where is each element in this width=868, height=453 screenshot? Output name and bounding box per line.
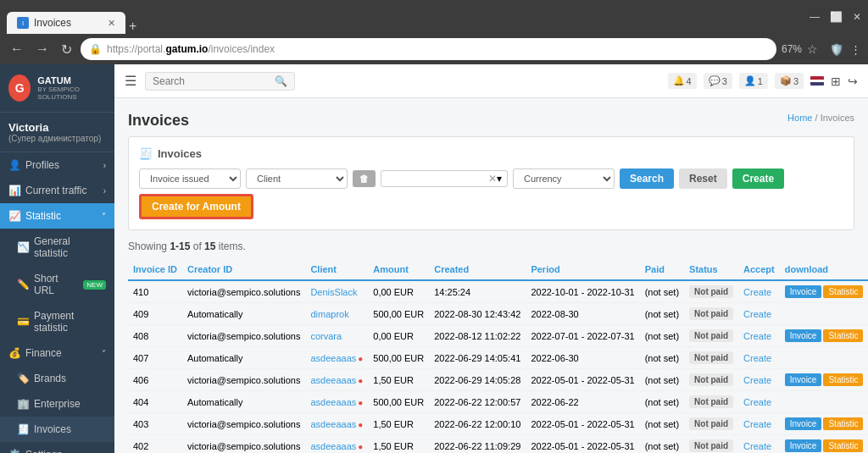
invoices-panel: 🧾 Invoices Invoice issued Client 🗑 ✕ ▾ <box>128 136 854 230</box>
cell-status: Not paid <box>684 391 738 413</box>
accept-link[interactable]: Create <box>743 353 771 363</box>
extensions-icon[interactable]: 🛡️ <box>830 43 843 56</box>
accept-link[interactable]: Create <box>743 309 771 319</box>
sidebar-item-invoices[interactable]: 🧾 Invoices <box>0 417 114 442</box>
page-title: Invoices <box>128 112 189 130</box>
client-link[interactable]: asdeeaaas <box>310 375 356 385</box>
cell-accept[interactable]: Create <box>738 435 780 454</box>
address-bar[interactable]: 🔒 https://portal.gatum.io/invoices/index <box>81 38 776 60</box>
cell-accept[interactable]: Create <box>738 303 780 325</box>
cell-download <box>780 347 868 369</box>
accept-link[interactable]: Create <box>743 375 771 385</box>
cell-download: InvoiceStatistic <box>780 413 868 435</box>
main-area: ☰ 🔍 🔔 4 💬 3 👤 1 📦 3 ⊞ ↪ Invoices Home <box>114 64 868 453</box>
menu-icon[interactable]: ⋮ <box>850 43 861 56</box>
sidebar-item-brands[interactable]: 🏷️ Brands <box>0 366 114 391</box>
users-badge[interactable]: 👤 1 <box>739 73 768 89</box>
client-link[interactable]: DenisSlack <box>310 287 357 297</box>
hamburger-menu[interactable]: ☰ <box>125 73 136 89</box>
invoice-btn[interactable]: Invoice <box>785 439 822 452</box>
sidebar-item-enterprise[interactable]: 🏢 Enterprise <box>0 391 114 417</box>
client-select[interactable]: Client <box>246 168 348 189</box>
accept-link[interactable]: Create <box>743 331 771 341</box>
client-link[interactable]: asdeeaaas <box>310 419 356 429</box>
cell-accept[interactable]: Create <box>738 391 780 413</box>
cell-paid: (not set) <box>640 347 684 369</box>
col-download: download <box>780 259 868 280</box>
sidebar-item-profiles[interactable]: 👤 Profiles › <box>0 152 114 178</box>
statistic-btn[interactable]: Statistic <box>823 417 863 430</box>
cell-accept[interactable]: Create <box>738 325 780 347</box>
notifications-badge[interactable]: 🔔 4 <box>668 73 697 89</box>
back-button[interactable]: ← <box>7 40 27 58</box>
client-link[interactable]: asdeeaaas <box>310 353 356 363</box>
cell-paid: (not set) <box>640 303 684 325</box>
create-button[interactable]: Create <box>732 168 784 189</box>
search-filter-input[interactable]: ✕ ▾ <box>381 170 508 187</box>
reset-button[interactable]: Reset <box>679 168 727 189</box>
breadcrumb-home[interactable]: Home <box>787 113 812 123</box>
search-input[interactable] <box>153 75 271 87</box>
cell-accept[interactable]: Create <box>738 369 780 391</box>
bookmark-icon[interactable]: ☆ <box>807 42 818 56</box>
filter-dropdown-icon[interactable]: ▾ <box>497 173 502 185</box>
sidebar-item-short-url[interactable]: ✏️ Short URL NEW <box>0 266 114 303</box>
sidebar-item-statistic[interactable]: 📈 Statistic ˅ <box>0 203 114 229</box>
statistic-btn[interactable]: Statistic <box>823 329 863 342</box>
packages-badge[interactable]: 📦 3 <box>775 73 804 89</box>
cell-accept[interactable]: Create <box>738 413 780 435</box>
invoice-btn[interactable]: Invoice <box>785 285 822 298</box>
cell-status: Not paid <box>684 303 738 325</box>
client-link[interactable]: asdeeaaas <box>310 397 356 407</box>
col-paid: Paid <box>640 259 684 280</box>
invoice-btn[interactable]: Invoice <box>785 373 822 386</box>
filter-text-input[interactable] <box>387 174 488 184</box>
accept-link[interactable]: Create <box>743 419 771 429</box>
client-link[interactable]: dimaprok <box>310 309 348 319</box>
active-tab[interactable]: I Invoices ✕ <box>7 12 125 34</box>
sidebar-item-current-traffic[interactable]: 📊 Current traffic › <box>0 178 114 203</box>
statistic-btn[interactable]: Statistic <box>823 439 863 452</box>
cell-status: Not paid <box>684 325 738 347</box>
delete-button[interactable]: 🗑 <box>353 170 376 187</box>
search-button[interactable]: Search <box>620 168 674 189</box>
invoice-btn[interactable]: Invoice <box>785 329 822 342</box>
table-row: 402 victoria@sempico.solutions asdeeaaas… <box>128 435 868 454</box>
sidebar-item-settings[interactable]: ⚙️ Settings › <box>0 442 114 453</box>
cell-period: 2022-07-01 - 2022-07-31 <box>526 325 639 347</box>
invoice-btn[interactable]: Invoice <box>785 417 822 430</box>
window-minimize[interactable]: — <box>810 11 820 23</box>
zoom-level: 67% <box>782 43 802 55</box>
messages-badge[interactable]: 💬 3 <box>704 73 732 89</box>
reload-button[interactable]: ↻ <box>58 40 75 59</box>
language-flag[interactable] <box>810 76 824 86</box>
statistic-btn[interactable]: Statistic <box>823 373 863 386</box>
cell-amount: 500,00 EUR <box>368 347 429 369</box>
accept-link[interactable]: Create <box>743 441 771 451</box>
window-close[interactable]: ✕ <box>853 11 861 23</box>
window-maximize[interactable]: ⬜ <box>830 11 843 23</box>
cell-accept[interactable]: Create <box>738 280 780 303</box>
sidebar-item-general-statistic[interactable]: 📉 General statistic <box>0 229 114 266</box>
statistic-btn[interactable]: Statistic <box>823 285 863 298</box>
search-box[interactable]: 🔍 <box>145 72 295 91</box>
client-link[interactable]: asdeeaaas <box>310 441 356 451</box>
cell-status: Not paid <box>684 435 738 454</box>
new-tab-button[interactable]: + <box>129 19 136 34</box>
currency-select[interactable]: Currency <box>513 168 615 189</box>
sidebar-item-payment-statistic[interactable]: 💳 Payment statistic <box>0 303 114 340</box>
invoice-issued-select[interactable]: Invoice issued <box>139 168 241 189</box>
accept-link[interactable]: Create <box>743 397 771 407</box>
tab-title: Invoices <box>34 17 71 29</box>
forward-button[interactable]: → <box>32 40 53 58</box>
cell-accept[interactable]: Create <box>738 347 780 369</box>
accept-link[interactable]: Create <box>743 287 771 297</box>
signout-icon[interactable]: ↪ <box>848 75 858 88</box>
grid-icon[interactable]: ⊞ <box>831 75 841 88</box>
client-link[interactable]: corvara <box>310 331 342 341</box>
tab-close-button[interactable]: ✕ <box>108 18 115 29</box>
create-for-amount-button[interactable]: Create for Amount <box>139 194 253 219</box>
browser-chrome: I Invoices ✕ + — ⬜ ✕ <box>0 0 868 34</box>
sidebar-item-finance[interactable]: 💰 Finance ˅ <box>0 340 114 366</box>
filter-clear-button[interactable]: ✕ <box>488 173 497 185</box>
